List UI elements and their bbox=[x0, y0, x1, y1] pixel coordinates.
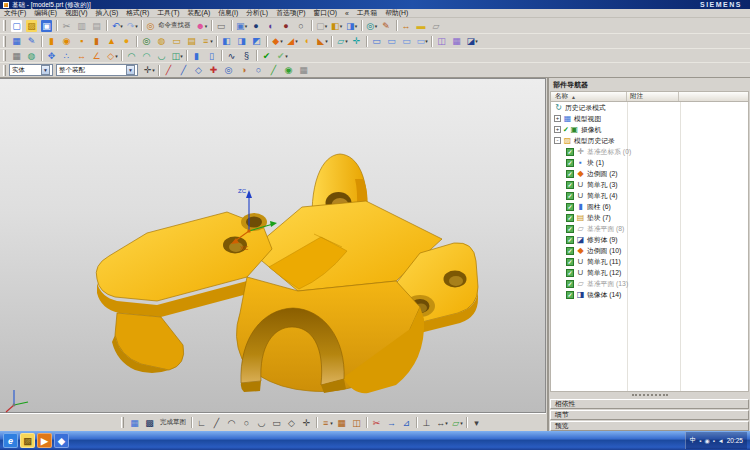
quick-trim-button[interactable]: ✂ bbox=[369, 416, 384, 430]
datum-csys-button[interactable]: ✛ bbox=[349, 34, 364, 48]
shaded-button[interactable]: ◐ bbox=[264, 19, 279, 33]
role-caret[interactable]: ▾ bbox=[205, 23, 208, 29]
pattern-curve-button[interactable]: ▦ bbox=[334, 416, 349, 430]
revolve-button[interactable]: ◉ bbox=[59, 34, 74, 48]
examine-geometry-button[interactable]: ✔ bbox=[259, 49, 274, 63]
part-model-canvas[interactable]: ZC XC bbox=[0, 79, 546, 414]
existing-point-button[interactable]: ○ bbox=[251, 63, 266, 77]
tree-item-datum-plane-8[interactable]: ✓▱基准平面 (8) bbox=[551, 223, 748, 234]
menu-item-file[interactable]: 文件(F) bbox=[0, 8, 30, 18]
intersection-point-button[interactable]: ✚ bbox=[206, 63, 221, 77]
auto-dimension-caret[interactable]: ▾ bbox=[445, 420, 448, 426]
menu-item-toolbox[interactable]: 工具箱 bbox=[353, 8, 381, 18]
shell-button[interactable]: ◖ bbox=[299, 34, 314, 48]
show-hide-button[interactable]: ◎▾ bbox=[364, 19, 379, 33]
more-sketch-tools-button[interactable]: ▾ bbox=[469, 416, 484, 430]
menu-item-edit[interactable]: 编辑(E) bbox=[30, 8, 61, 18]
tray-agent-icon[interactable]: ▪ bbox=[713, 438, 715, 444]
auto-dimension-button[interactable]: ↔▾ bbox=[434, 416, 449, 430]
menu-item-information[interactable]: 信息(I) bbox=[214, 8, 242, 18]
ruler-button[interactable]: ▬ bbox=[414, 19, 429, 33]
pocket-button[interactable]: ▭ bbox=[169, 34, 184, 48]
draft-button[interactable]: ◣▾ bbox=[314, 34, 329, 48]
move-face-button[interactable]: ▭ bbox=[369, 34, 384, 48]
paste-button[interactable]: ▤ bbox=[89, 19, 104, 33]
media-player-icon[interactable]: ▶ bbox=[37, 433, 52, 448]
hole-button[interactable]: ◎ bbox=[139, 34, 154, 48]
expander-icon[interactable]: - bbox=[554, 137, 561, 144]
unite-button[interactable]: ◧ bbox=[219, 34, 234, 48]
tree-item-trim-body-9[interactable]: ✓◪修剪体 (9) bbox=[551, 234, 748, 245]
undo-button[interactable]: ↶▾ bbox=[109, 19, 124, 33]
orient-sketch-button[interactable]: ▩ bbox=[142, 416, 157, 430]
dependencies-panel-bar[interactable]: 相依性 bbox=[550, 399, 749, 409]
delete-face-caret[interactable]: ▾ bbox=[425, 38, 428, 44]
menu-item-tools[interactable]: 工具(T) bbox=[153, 8, 183, 18]
tree-item-block-1[interactable]: ✓▪块 (1) bbox=[551, 157, 748, 168]
arc-button[interactable]: ◠ bbox=[224, 416, 239, 430]
measure-distance-2-button[interactable]: ↔ bbox=[74, 49, 89, 63]
tree-item-model-views[interactable]: +▦模型视图 bbox=[551, 113, 748, 124]
ime-indicator[interactable]: 中 bbox=[690, 436, 697, 445]
cone-button[interactable]: ▲ bbox=[104, 34, 119, 48]
copy-button[interactable]: ▥ bbox=[74, 19, 89, 33]
feature-checkbox[interactable]: ✓ bbox=[566, 291, 574, 299]
show-hide-caret[interactable]: ▾ bbox=[375, 23, 378, 29]
feature-checkbox[interactable]: ✓ bbox=[566, 258, 574, 266]
tree-item-cameras[interactable]: +✓▣摄像机 bbox=[551, 124, 748, 135]
make-corner-button[interactable]: ⊿ bbox=[399, 416, 414, 430]
tree-item-edge-blend-10[interactable]: ✓◆边倒圆 (10) bbox=[551, 245, 748, 256]
mirror-curve-button[interactable]: ◫ bbox=[349, 416, 364, 430]
verify-button[interactable]: ✔▾ bbox=[274, 49, 289, 63]
boss-button[interactable]: ◍ bbox=[154, 34, 169, 48]
arc-center-button[interactable]: ◎ bbox=[221, 63, 236, 77]
local-radius-analysis-button[interactable]: ◠ bbox=[124, 49, 139, 63]
helix-button[interactable]: § bbox=[239, 49, 254, 63]
tree-item-simple-hole-11[interactable]: ✓U简单孔 (11) bbox=[551, 256, 748, 267]
enable-snap-point-caret[interactable]: ▾ bbox=[152, 67, 155, 73]
menu-item-help[interactable]: 帮助(H) bbox=[381, 8, 412, 18]
delete-face-button[interactable]: ▭▾ bbox=[414, 34, 429, 48]
tree-item-model-history[interactable]: -▨模型历史记录 bbox=[551, 135, 748, 146]
point-on-curve-button[interactable]: ╱ bbox=[266, 63, 281, 77]
tree-item-simple-hole-3[interactable]: ✓U简单孔 (3) bbox=[551, 179, 748, 190]
feature-checkbox[interactable]: ✓ bbox=[566, 159, 574, 167]
touch-mode-button[interactable]: ▭ bbox=[214, 19, 229, 33]
nx-icon[interactable]: ◆ bbox=[54, 433, 69, 448]
draft-caret[interactable]: ▾ bbox=[325, 38, 328, 44]
section-analysis-button[interactable]: ◫▾ bbox=[169, 49, 184, 63]
expander-icon[interactable]: + bbox=[554, 126, 561, 133]
feature-checkbox[interactable]: ✓ bbox=[566, 148, 574, 156]
tree-item-datum-plane-13[interactable]: ✓▱基准平面 (13) bbox=[551, 278, 748, 289]
quadrant-point-button[interactable]: ◑ bbox=[236, 63, 251, 77]
trim-body-caret[interactable]: ▾ bbox=[475, 38, 478, 44]
quick-extend-button[interactable]: → bbox=[384, 416, 399, 430]
graphics-viewport[interactable]: ZC XC bbox=[0, 78, 546, 413]
face-analysis-view-button[interactable]: ● bbox=[279, 19, 294, 33]
geometric-constraints-button[interactable]: ⊥ bbox=[419, 416, 434, 430]
new-file-button[interactable]: ▢ bbox=[9, 19, 24, 33]
redo-button[interactable]: ↷▾ bbox=[124, 19, 139, 33]
chevron-down-icon[interactable]: ▼ bbox=[41, 65, 50, 75]
tree-item-cylinder-6[interactable]: ✓▮圆柱 (6) bbox=[551, 201, 748, 212]
extrude-button[interactable]: ▮ bbox=[44, 34, 59, 48]
chamfer-button[interactable]: ◢▾ bbox=[284, 34, 299, 48]
tree-item-edge-blend-2[interactable]: ✓◆边倒圆 (2) bbox=[551, 168, 748, 179]
open-file-button[interactable]: ▨ bbox=[24, 19, 39, 33]
ie-icon[interactable]: e bbox=[3, 433, 18, 448]
menu-item-overflow-chevron[interactable]: « bbox=[341, 10, 353, 17]
tree-item-mirror-body-14[interactable]: ✓◨镜像体 (14) bbox=[551, 289, 748, 300]
save-button[interactable]: ▣ bbox=[39, 19, 54, 33]
block-button[interactable]: ▪ bbox=[74, 34, 89, 48]
measure-angle-button[interactable]: ∠ bbox=[89, 49, 104, 63]
cylinder-button[interactable]: ▮ bbox=[89, 34, 104, 48]
window-switch-button[interactable]: ▣▾ bbox=[234, 19, 249, 33]
wireframe-button[interactable]: ○ bbox=[294, 19, 309, 33]
part-model[interactable] bbox=[96, 154, 478, 393]
tray-update-icon[interactable]: ◉ bbox=[704, 437, 709, 444]
studio-spline-button[interactable]: ∿ bbox=[224, 49, 239, 63]
cut-button[interactable]: ✂ bbox=[59, 19, 74, 33]
feature-checkbox[interactable]: ✓ bbox=[566, 214, 574, 222]
offset-curve-button[interactable]: ≡▾ bbox=[319, 416, 334, 430]
point-set-button[interactable]: ∴ bbox=[59, 49, 74, 63]
